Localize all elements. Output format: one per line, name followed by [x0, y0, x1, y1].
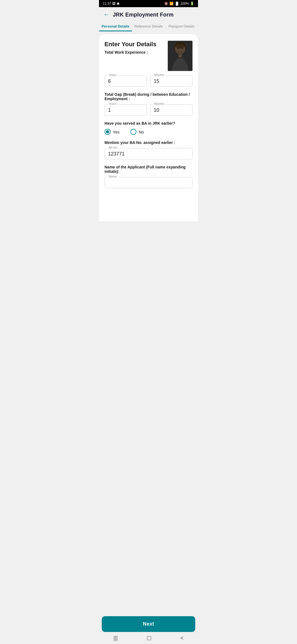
gap-row: Years Months [105, 104, 193, 116]
applicant-name-wrapper: Name [105, 177, 193, 188]
time-display: 11:37 [103, 2, 111, 6]
work-months-label: Months [153, 73, 165, 77]
status-icons: 🔇 📶 ▐▌ 100% 🔋 [164, 2, 194, 6]
work-years-label: Years [108, 73, 117, 77]
gap-label: Total Gap (Break) during / between Educa… [105, 92, 193, 101]
work-years-wrapper: Years [105, 75, 147, 87]
gap-months-wrapper: Months [150, 104, 193, 116]
radio-no-circle[interactable] [130, 129, 136, 135]
tab-personal-details[interactable]: Personal Details [99, 21, 132, 31]
back-button[interactable]: ← [103, 11, 109, 18]
card-header: Enter Your Details Total Work Experience… [105, 41, 193, 71]
radio-no[interactable]: No [130, 129, 144, 135]
ba-question-label: Have you served as BA in JRK earlier? [105, 121, 193, 125]
gap-months-input[interactable] [154, 106, 189, 113]
name-field-label: Name [108, 175, 118, 178]
work-months-wrapper: Months [150, 75, 193, 87]
status-bar: 11:37 🖼 ⏺ 🔇 📶 ▐▌ 100% 🔋 [99, 0, 198, 7]
radio-yes-label: Yes [113, 130, 119, 134]
camera-icon: 🖼 [112, 2, 116, 6]
work-experience-row: Years Months [105, 75, 193, 87]
header: ← JRK Employment Form [99, 7, 198, 21]
work-years-input[interactable] [108, 77, 143, 84]
avatar-photo [168, 41, 193, 71]
mute-icon: 🔇 [164, 2, 168, 6]
ba-no-section-label: Mention your BA No. assigned earlier : [105, 140, 193, 145]
work-experience-label: Total Work Experience : [105, 50, 168, 54]
applicant-name-input[interactable] [108, 179, 189, 186]
card-title: Enter Your Details [105, 41, 168, 48]
signal-icon: ▐▌ [175, 2, 179, 6]
radio-no-label: No [139, 130, 144, 134]
gap-years-input[interactable] [108, 106, 143, 113]
gap-months-label: Months [153, 102, 165, 105]
ba-no-input[interactable] [108, 150, 189, 157]
gap-years-label: Years [108, 102, 117, 105]
svg-point-4 [177, 48, 179, 49]
radio-yes[interactable]: Yes [105, 129, 119, 135]
ba-no-wrapper: BA No. [105, 148, 193, 159]
tab-reference-details[interactable]: Reference Details [132, 21, 165, 31]
radio-yes-circle[interactable] [105, 129, 111, 135]
status-time: 11:37 🖼 ⏺ [103, 2, 120, 6]
gap-years-wrapper: Years [105, 104, 147, 116]
page-title: JRK Employment Form [113, 12, 174, 18]
battery-display: 100% [180, 2, 189, 6]
ba-no-field-label: BA No. [108, 146, 119, 149]
svg-point-5 [181, 48, 183, 49]
ba-radio-group: Yes No [105, 129, 193, 135]
wifi-icon: 📶 [169, 2, 174, 6]
battery-icon: 🔋 [190, 2, 194, 6]
work-months-input[interactable] [154, 77, 189, 84]
card-title-section: Enter Your Details Total Work Experience… [105, 41, 168, 58]
record-icon: ⏺ [117, 2, 120, 6]
tab-bar: Personal Details Reference Details Passp… [99, 21, 198, 31]
applicant-name-label: Name of the Applicant (Full name expandi… [105, 165, 193, 174]
avatar-silhouette [168, 41, 193, 71]
form-card: Enter Your Details Total Work Experience… [99, 34, 198, 221]
tab-passport-details[interactable]: Passport Details [165, 21, 198, 31]
